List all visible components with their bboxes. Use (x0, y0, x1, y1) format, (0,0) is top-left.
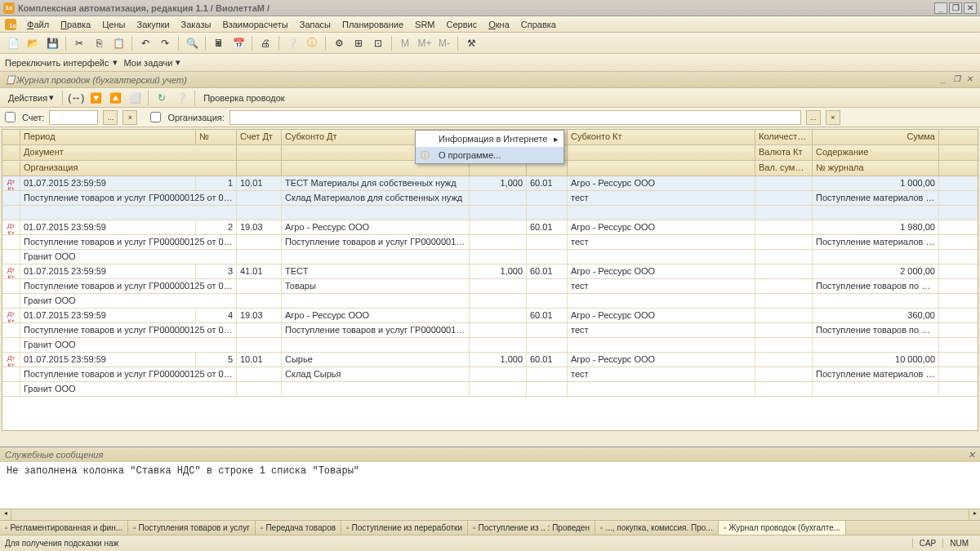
window-tab[interactable]: ▫Поступление из переработки (341, 521, 468, 535)
tab-icon: ▫ (346, 523, 350, 532)
window-tab[interactable]: ▫Поступления товаров и услуг (128, 521, 256, 535)
menu-stock[interactable]: Запасы (296, 18, 335, 31)
col-subkt[interactable]: Субконто Кт (568, 130, 755, 144)
acct-checkbox[interactable] (5, 112, 16, 122)
calc-icon[interactable]: 🖩 (211, 35, 227, 51)
col-valkt[interactable]: Валюта Кт (755, 145, 813, 160)
table-row[interactable] (2, 206, 978, 220)
table-row[interactable]: Гранит ООО (2, 338, 978, 353)
row-icon: ДтКт (2, 264, 20, 278)
table-row[interactable]: Гранит ООО (2, 382, 978, 397)
table-row[interactable]: ДтКт 01.07.2015 23:59:59 5 10.01 Сырье 1… (2, 353, 978, 367)
table-row[interactable]: Поступление товаров и услуг ГР000000125 … (2, 235, 978, 250)
check-entries-link[interactable]: Проверка проводок (200, 91, 287, 104)
table-row[interactable]: Поступление товаров и услуг ГР000000125 … (2, 279, 978, 294)
table-row[interactable]: ДтКт 01.07.2015 23:59:59 4 19.03 Агро - … (2, 309, 978, 323)
menu-settlements[interactable]: Взаиморасчеты (218, 18, 292, 31)
filter2-icon[interactable]: 🔼 (107, 90, 123, 106)
nav-icon[interactable]: (↔) (68, 90, 84, 106)
calendar-icon[interactable]: 📅 (230, 35, 247, 51)
m-icon[interactable]: M (397, 35, 413, 51)
menu-srm[interactable]: SRM (411, 18, 439, 31)
mplus-icon[interactable]: M+ (416, 35, 433, 51)
table-row[interactable]: Поступление товаров и услуг ГР000000125 … (2, 191, 978, 206)
popup-internet-info[interactable]: Информация в Интернете▸ (416, 131, 564, 147)
acct-field[interactable] (49, 110, 98, 125)
popup-about[interactable]: ⓘ О программе... (416, 147, 564, 163)
org-select-button[interactable]: ... (806, 110, 821, 125)
menu-windows[interactable]: Окна (484, 18, 514, 31)
paste-icon[interactable]: 📋 (110, 35, 127, 51)
acct-select-button[interactable]: ... (103, 110, 118, 125)
tool4-icon[interactable]: ⚒ (463, 35, 479, 51)
minimize-button[interactable]: _ (934, 2, 947, 14)
menu-edit[interactable]: Правка (56, 18, 95, 31)
my-tasks-link[interactable]: Мои задачи ▾ (124, 57, 181, 68)
tool2-icon[interactable]: ⊞ (350, 35, 367, 51)
table-row[interactable]: ДтКт 01.07.2015 23:59:59 3 41.01 ТЕСТ 1,… (2, 264, 978, 279)
menu-service[interactable]: Сервис (443, 18, 482, 31)
open-icon[interactable]: 📂 (24, 35, 41, 51)
panel-min-button[interactable]: _ (938, 74, 949, 86)
print-icon[interactable]: 🖨 (257, 35, 274, 51)
panel-close-button[interactable]: ✕ (964, 74, 975, 86)
window-tab[interactable]: ▫Передача товаров (256, 521, 341, 535)
menu-planning[interactable]: Планирование (338, 18, 408, 31)
org-field[interactable] (229, 110, 801, 125)
tool3-icon[interactable]: ⊡ (370, 35, 386, 51)
scroll-right-button[interactable]: ▸ (969, 509, 980, 520)
table-row[interactable]: ДтКт 01.07.2015 23:59:59 2 19.03 Агро - … (2, 220, 978, 235)
table-row[interactable]: Поступление товаров и услуг ГР000000125 … (2, 323, 978, 338)
refresh-icon[interactable]: ↻ (154, 90, 170, 106)
panel-max-button[interactable]: ❐ (951, 74, 962, 86)
mminus-icon[interactable]: M- (436, 35, 452, 51)
grid-body[interactable]: ДтКт 01.07.2015 23:59:59 1 10.01 ТЕСТ Ма… (2, 176, 978, 431)
col-doc[interactable]: Документ (20, 145, 237, 160)
col-qtykt[interactable]: Количество ... (755, 130, 813, 144)
col-period[interactable]: Период (20, 130, 196, 144)
col-content[interactable]: Содержание (813, 145, 939, 160)
menu-purchases[interactable]: Закупки (132, 18, 173, 31)
info-icon[interactable]: ⓘ (304, 35, 320, 51)
cut-icon[interactable]: ✂ (71, 35, 87, 51)
actions-dropdown[interactable]: Действия ▾ (5, 91, 57, 104)
table-row[interactable]: Поступление товаров и услуг ГР000000125 … (2, 367, 978, 382)
redo-icon[interactable]: ↷ (157, 35, 173, 51)
table-row[interactable]: Гранит ООО (2, 294, 978, 309)
switch-interface-link[interactable]: Переключить интерфейс ▾ (5, 57, 118, 68)
filter3-icon[interactable]: ⬜ (127, 90, 143, 106)
col-org[interactable]: Организация (20, 161, 237, 176)
col-journal[interactable]: № журнала (813, 161, 939, 176)
window-tab[interactable]: ▫Регламентированная и фин... (0, 521, 128, 535)
save-icon[interactable]: 💾 (44, 35, 60, 51)
help2-icon[interactable]: ❔ (173, 90, 189, 106)
col-valsum[interactable]: Вал. сумма ... (755, 161, 813, 176)
scroll-left-button[interactable]: ◂ (0, 509, 11, 520)
menu-orders[interactable]: Заказы (177, 18, 216, 31)
undo-icon[interactable]: ↶ (137, 35, 154, 51)
table-row[interactable]: ДтКт 01.07.2015 23:59:59 1 10.01 ТЕСТ Ма… (2, 176, 978, 191)
copy-icon[interactable]: ⎘ (91, 35, 107, 51)
org-clear-button[interactable]: × (826, 110, 840, 125)
window-tab[interactable]: ▫Журнал проводок (бухгалте... (719, 521, 846, 535)
table-row[interactable]: Гранит ООО (2, 250, 978, 264)
menu-file[interactable]: Файл (23, 18, 53, 31)
col-num[interactable]: № (196, 130, 237, 144)
help1-icon[interactable]: ❔ (284, 35, 301, 51)
acct-clear-button[interactable]: × (122, 110, 137, 125)
messages-close-button[interactable]: ✕ (968, 450, 975, 460)
col-acctdt[interactable]: Счет Дт (237, 130, 282, 144)
filter1-icon[interactable]: 🔽 (87, 90, 104, 106)
tool1-icon[interactable]: ⚙ (331, 35, 347, 51)
close-button[interactable]: ✕ (964, 2, 977, 14)
find-icon[interactable]: 🔍 (184, 35, 200, 51)
menu-help[interactable]: Справка (517, 18, 560, 31)
new-icon[interactable]: 📄 (5, 35, 21, 51)
maximize-button[interactable]: ❐ (949, 2, 962, 14)
window-tab[interactable]: ▫Поступление из .. : Проведен (468, 521, 595, 535)
col-sum[interactable]: Сумма (813, 130, 939, 144)
window-tab[interactable]: ▫..., покупка, комиссия. Про... (595, 521, 719, 535)
tab-icon: ▫ (473, 523, 476, 532)
org-checkbox[interactable] (150, 112, 161, 122)
menu-prices[interactable]: Цены (98, 18, 129, 31)
